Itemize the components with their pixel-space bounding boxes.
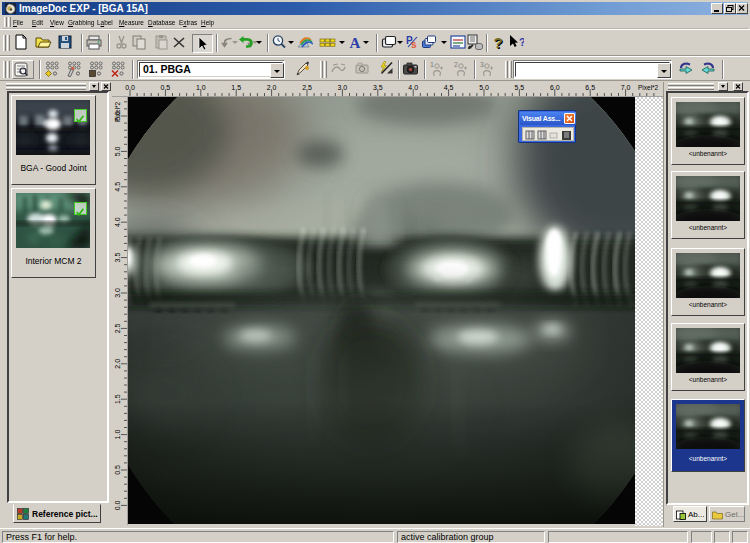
svg-text:5.5: 5.5 (515, 84, 525, 91)
svg-text:1.0: 1.0 (114, 430, 121, 440)
svg-text:3.5: 3.5 (114, 253, 121, 263)
svg-text:3.0: 3.0 (114, 288, 121, 298)
svg-text:0.0: 0.0 (114, 500, 121, 510)
svg-text:6.0: 6.0 (550, 84, 560, 91)
svg-text:2: 2 (454, 61, 458, 68)
svg-text:?: ? (493, 34, 502, 51)
svg-text:5.0: 5.0 (479, 84, 489, 91)
svg-text:?: ? (519, 36, 524, 48)
svg-text:A: A (350, 35, 361, 51)
svg-text:0.0: 0.0 (125, 84, 135, 91)
svg-text:2.0: 2.0 (267, 84, 277, 91)
svg-text:4.0: 4.0 (408, 84, 418, 91)
svg-text:3.5: 3.5 (373, 84, 383, 91)
svg-text:2.5: 2.5 (114, 323, 121, 333)
svg-text:3: 3 (480, 61, 484, 68)
svg-text:7.0: 7.0 (621, 84, 631, 91)
svg-text:5.0: 5.0 (114, 146, 121, 156)
svg-text:s: s (411, 39, 417, 50)
svg-text:0.5: 0.5 (161, 84, 171, 91)
svg-text:4.5: 4.5 (114, 182, 121, 192)
svg-text:Pixel*2: Pixel*2 (114, 101, 121, 122)
svg-text:3.0: 3.0 (338, 84, 348, 91)
svg-text:2.5: 2.5 (302, 84, 312, 91)
svg-text:6.5: 6.5 (585, 84, 595, 91)
svg-text:1.0: 1.0 (196, 84, 206, 91)
svg-text:4.5: 4.5 (444, 84, 454, 91)
svg-text:0.5: 0.5 (114, 465, 121, 475)
svg-text:1.5: 1.5 (114, 394, 121, 404)
svg-text:2.0: 2.0 (114, 359, 121, 369)
svg-text:Pixel*2: Pixel*2 (638, 84, 659, 91)
svg-text:1.5: 1.5 (231, 84, 241, 91)
svg-text:1: 1 (430, 61, 434, 68)
svg-text:4.0: 4.0 (114, 217, 121, 227)
